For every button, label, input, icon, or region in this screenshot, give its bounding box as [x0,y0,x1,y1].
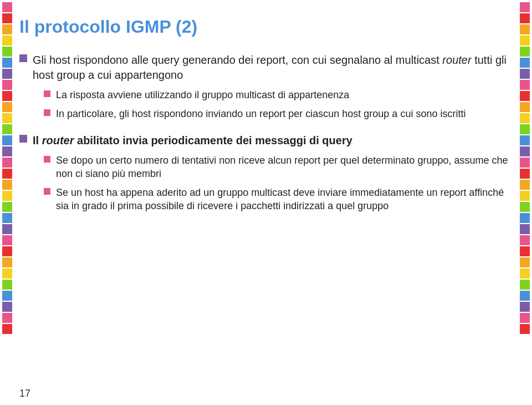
decoration-square [520,13,530,23]
decoration-square [520,91,530,101]
page-title: Il protocollo IGMP (2) [19,17,513,37]
sub-bullet-icon [44,109,50,116]
list-item: Gli host rispondono alle query generando… [19,53,513,126]
decoration-square [520,291,530,301]
decoration-square [2,213,12,223]
decoration-square [520,169,530,179]
main-content: Il protocollo IGMP (2) Gli host rispondo… [19,11,513,383]
sub-bullet-icon [44,90,50,97]
decoration-square [520,135,530,145]
decoration-square [520,24,530,34]
sub-bullet-text: Se un host ha appena aderito ad un grupp… [56,186,513,213]
decoration-square [2,246,12,256]
decoration-square [2,158,12,168]
decoration-square [520,102,530,112]
decoration-square [2,313,12,323]
decoration-square [520,36,530,45]
decoration-square [2,191,12,201]
decoration-square [520,69,530,79]
page-number: 17 [19,388,30,399]
sub-bullet-text: Se dopo un certo numero di tentativi non… [56,154,513,181]
decoration-square [2,69,12,79]
decoration-square [2,169,12,179]
decoration-square [520,202,530,212]
decoration-square [2,36,12,45]
decoration-square [2,269,12,279]
decoration-square [520,2,530,12]
decoration-square [2,180,12,190]
decoration-square [2,146,12,156]
decoration-square [520,302,530,312]
decoration-square [2,80,12,90]
decoration-square [520,246,530,256]
list-item: Se dopo un certo numero di tentativi non… [44,154,513,181]
decoration-square [2,135,12,145]
sub-bullet-list: Se dopo un certo numero di tentativi non… [44,154,513,213]
decoration-square [520,235,530,245]
decoration-square [2,47,12,57]
decoration-square [520,191,530,201]
decoration-square [520,58,530,68]
decoration-square [2,58,12,68]
decoration-square [520,47,530,57]
sub-bullet-icon [44,156,50,163]
decoration-square [2,102,12,112]
decoration-square [2,291,12,301]
decoration-square [520,224,530,234]
decoration-square [2,2,12,12]
decoration-square [2,13,12,23]
decoration-square [520,269,530,279]
decoration-square [2,324,12,334]
bullet-icon [19,135,27,143]
decoration-square [2,202,12,212]
list-item: Il router abilitato invia periodicamente… [19,133,513,219]
bullet-text: Il router abilitato invia periodicamente… [33,134,352,146]
sub-bullet-text: La risposta avviene utilizzando il grupp… [56,88,349,102]
decoration-square [520,313,530,323]
decoration-square [520,280,530,290]
decoration-square [520,146,530,156]
sub-bullet-list: La risposta avviene utilizzando il grupp… [44,88,513,121]
bullet-text: Gli host rispondono alle query generando… [33,54,507,81]
decoration-square [520,180,530,190]
decoration-square [520,213,530,223]
main-bullet-list: Gli host rispondono alle query generando… [19,53,513,219]
decoration-square [520,158,530,168]
list-item: In particolare, gli host rispondono invi… [44,107,513,120]
sub-bullet-icon [44,188,50,195]
bullet-icon [19,54,27,62]
decoration-square [2,113,12,123]
decoration-square [520,124,530,134]
decoration-square [520,257,530,267]
left-decoration [0,0,17,405]
decoration-square [2,24,12,34]
list-item: Se un host ha appena aderito ad un grupp… [44,186,513,213]
decoration-square [520,324,530,334]
decoration-square [520,80,530,90]
decoration-square [520,113,530,123]
decoration-square [2,224,12,234]
decoration-square [2,235,12,245]
decoration-square [2,302,12,312]
right-decoration [515,0,532,405]
sub-bullet-text: In particolare, gli host rispondono invi… [56,107,466,120]
decoration-square [2,124,12,134]
decoration-square [2,257,12,267]
list-item: La risposta avviene utilizzando il grupp… [44,88,513,102]
decoration-square [2,91,12,101]
decoration-square [2,280,12,290]
